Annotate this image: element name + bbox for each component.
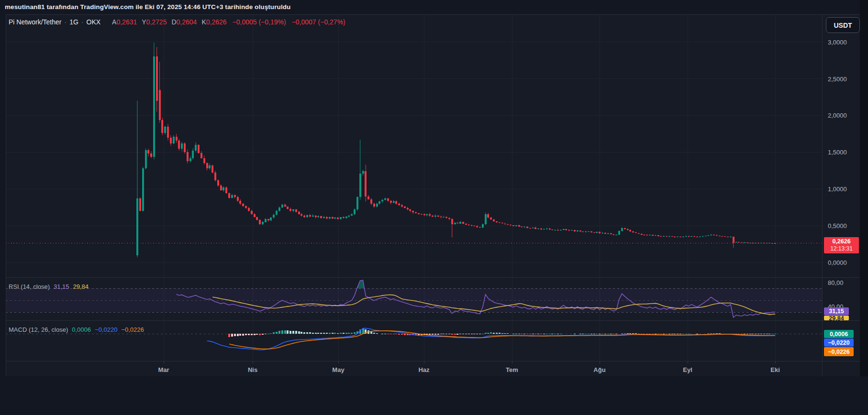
symbol-legend: Pi Network/Tether·1G·OKXA0,2631Y0,2725D0… (9, 18, 345, 27)
rsi-value-badge: 31,15 (824, 307, 849, 315)
time-axis-month-label: Eki (765, 366, 786, 373)
change-percent: −0,0007 (−0,27%) (292, 18, 345, 26)
price-axis-label: 2,0000 (828, 112, 847, 119)
time-axis-month-label: Haz (413, 366, 434, 373)
macd-line-value: −0,0220 (95, 326, 117, 333)
currency-toggle-button[interactable]: USDT (826, 17, 860, 33)
interval-label[interactable]: 1G (69, 18, 78, 26)
price-axis-label: 3,0000 (828, 39, 847, 46)
rsi-ma-value-badge: 29,84 (824, 316, 849, 320)
exchange-label[interactable]: OKX (87, 18, 101, 26)
change-absolute: −0,0005 (−0,19%) (233, 18, 286, 26)
rsi-ma-value: 29,84 (73, 283, 89, 290)
macd-signal-badge: −0,0226 (824, 347, 854, 356)
time-axis-month-label: Eyl (677, 366, 698, 373)
last-price-badge: 0,2626 12:13:31 (824, 237, 859, 253)
tradingview-chart-screenshot: mesutinan81 tarafından TradingView.com i… (0, 0, 868, 415)
macd-signal-value: −0,0226 (121, 326, 144, 333)
macd-title[interactable]: MACD (12, 26, close) (9, 326, 68, 333)
time-axis-month-label: Mar (153, 366, 174, 373)
time-axis-month-label: Ağu (589, 366, 610, 373)
ohlc-letter: K (201, 18, 206, 26)
legend-separator: · (64, 18, 67, 26)
ohlc-letter: Y (142, 18, 146, 26)
ohlc-value: 0,2631 (116, 18, 137, 26)
ohlc-values: A0,2631Y0,2725D0,2604K0,2626 (107, 18, 226, 26)
last-price-value: 0,2626 (832, 238, 850, 245)
rsi-indicator-label: RSI (14, close)31,1529,84 (9, 283, 89, 290)
rsi-title[interactable]: RSI (14, close) (9, 283, 50, 290)
price-axis-label: 1,5000 (828, 149, 847, 156)
ohlc-value: 0,2626 (206, 18, 227, 26)
macd-hist-value: 0,0006 (72, 326, 91, 333)
bar-countdown: 12:13:31 (830, 245, 853, 252)
time-axis-month-label: Nis (242, 366, 263, 373)
macd-histogram-badge: 0,0006 (824, 330, 854, 338)
ohlc-letter: D (171, 18, 176, 26)
symbol-title[interactable]: Pi Network/Tether (9, 18, 61, 26)
price-axis-label: 0,0000 (828, 259, 847, 266)
ohlc-value: 0,2725 (146, 18, 167, 26)
ohlc-value: 0,2604 (177, 18, 197, 26)
macd-indicator-label: MACD (12, 26, close)0,0006−0,0220−0,0226 (9, 326, 144, 333)
legend-separator: · (81, 18, 84, 26)
time-axis-month-label: Tem (501, 366, 523, 373)
price-axis-label: 0,5000 (828, 222, 847, 229)
right-gutter (860, 0, 868, 415)
chart-surface[interactable] (0, 0, 868, 376)
price-axis-label: 1,0000 (828, 186, 847, 193)
macd-line-badge: −0,0220 (824, 339, 854, 347)
footer-bar: TradingView (0, 376, 868, 415)
time-axis-month-label: May (328, 366, 349, 373)
rsi-axis-label: 80,00 (828, 279, 844, 286)
price-axis-label: 2,5000 (828, 76, 847, 83)
rsi-value: 31,15 (54, 283, 69, 290)
